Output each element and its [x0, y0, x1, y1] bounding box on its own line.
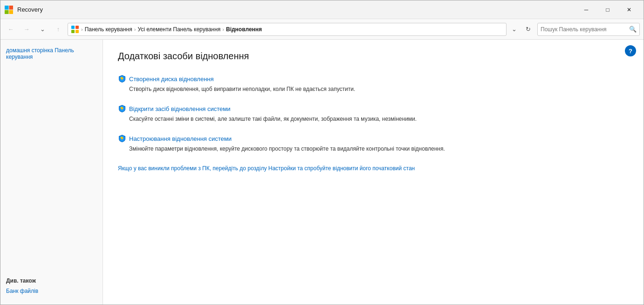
svg-rect-4 — [71, 26, 75, 29]
recent-locations-button[interactable]: ⌄ — [36, 23, 49, 36]
open-restore-link[interactable]: Відкрити засіб відновлення системи — [129, 105, 231, 112]
address-sep-1: › — [81, 27, 83, 32]
content-area: ? Додаткові засоби відновлення Створення… — [103, 40, 644, 305]
svg-rect-0 — [5, 6, 9, 10]
shield-icon-open-restore — [118, 104, 126, 113]
title-bar: Recovery ─ □ ✕ — [0, 0, 644, 19]
address-segment-current[interactable]: Відновлення — [226, 26, 262, 33]
up-button[interactable]: ↑ — [52, 23, 65, 36]
configure-restore-link[interactable]: Настроювання відновлення системи — [129, 135, 232, 142]
search-box: 🔍 — [537, 23, 640, 36]
shield-icon-configure-restore — [118, 134, 126, 143]
open-restore-desc: Скасуйте останні зміни в системі, але за… — [129, 115, 629, 123]
page-title: Додаткові засоби відновлення — [118, 51, 629, 62]
section-item-configure-restore: Настроювання відновлення системи Змінюйт… — [118, 134, 629, 153]
address-bar: ← → ⌄ ↑ › Панель керування › Усі елемент… — [0, 19, 644, 40]
section-item-create-disk: Створення диска відновлення Створіть дис… — [118, 75, 629, 93]
address-path[interactable]: › Панель керування › Усі елементи Панель… — [68, 23, 507, 36]
main-layout: домашня сторінка Панель керування Див. т… — [0, 40, 644, 305]
search-icon[interactable]: 🔍 — [629, 26, 637, 33]
address-sep-3: › — [222, 27, 224, 32]
control-panel-icon — [71, 25, 79, 34]
app-icon — [4, 5, 14, 14]
svg-rect-3 — [9, 10, 14, 14]
refresh-button[interactable]: ↻ — [521, 23, 534, 36]
help-button[interactable]: ? — [625, 45, 636, 56]
window-title: Recovery — [17, 6, 575, 13]
sidebar-top: домашня сторінка Панель керування — [6, 47, 97, 64]
item-link-row-create-disk: Створення диска відновлення — [118, 75, 629, 83]
window-controls: ─ □ ✕ — [575, 0, 640, 19]
shield-icon-create-disk — [118, 75, 126, 83]
create-disk-desc: Створіть диск відновлення, щоб виправити… — [129, 85, 629, 93]
see-also-title: Див. також — [6, 277, 97, 284]
address-segment-all[interactable]: Усі елементи Панель керування — [137, 26, 220, 33]
sidebar-home-link[interactable]: домашня сторінка Панель керування — [6, 47, 97, 60]
forward-button[interactable]: → — [20, 23, 33, 36]
back-button[interactable]: ← — [4, 23, 17, 36]
sidebar-file-history-link[interactable]: Банк файлів — [6, 288, 97, 294]
create-disk-link[interactable]: Створення диска відновлення — [129, 76, 214, 83]
maximize-button[interactable]: □ — [597, 0, 618, 19]
item-link-row-open-restore: Відкрити засіб відновлення системи — [118, 104, 629, 113]
address-dropdown-button[interactable]: ⌄ — [509, 23, 519, 36]
search-input[interactable] — [541, 26, 627, 33]
sidebar: домашня сторінка Панель керування Див. т… — [0, 40, 103, 305]
section-item-open-restore: Відкрити засіб відновлення системи Скасу… — [118, 104, 629, 123]
svg-rect-5 — [75, 26, 79, 29]
item-link-row-configure-restore: Настроювання відновлення системи — [118, 134, 629, 143]
sidebar-bottom: Див. також Банк файлів — [6, 277, 97, 298]
address-sep-2: › — [134, 27, 136, 32]
configure-restore-desc: Змінюйте параметри відновлення, керуйте … — [129, 145, 629, 153]
address-segment-cp[interactable]: Панель керування — [85, 26, 132, 33]
svg-rect-1 — [9, 6, 14, 10]
svg-rect-2 — [5, 10, 9, 14]
minimize-button[interactable]: ─ — [575, 0, 597, 19]
close-button[interactable]: ✕ — [618, 0, 640, 19]
svg-rect-6 — [71, 30, 75, 33]
svg-rect-7 — [75, 30, 79, 33]
bottom-note[interactable]: Якщо у вас виникли проблеми з ПК, перейд… — [118, 164, 629, 173]
